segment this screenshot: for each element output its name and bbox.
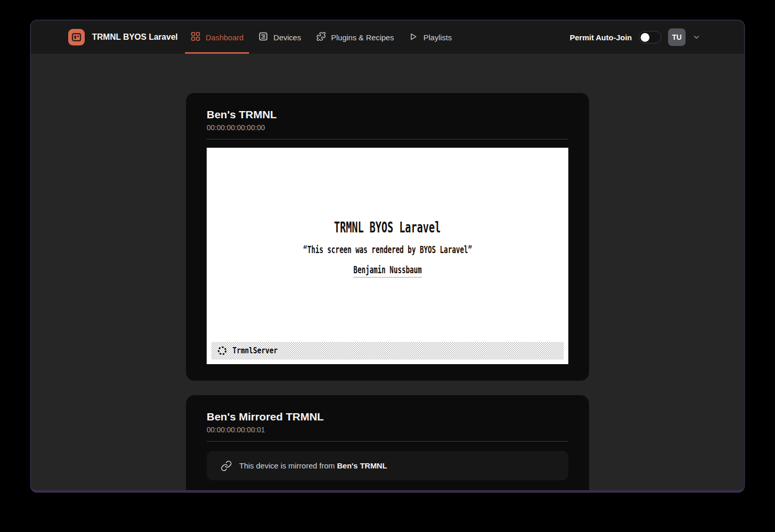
- nav-item-devices[interactable]: Devices: [253, 21, 306, 54]
- device-card-bens-mirrored-trmnl: Ben's Mirrored TRMNL 00:00:00:00:00:01 T…: [186, 395, 589, 493]
- device-list-icon: [258, 32, 268, 43]
- top-navbar: TRMNL BYOS Laravel Dashboard: [31, 21, 744, 54]
- spinner-icon: [217, 346, 227, 356]
- brand-title: TRMNL BYOS Laravel: [92, 33, 178, 42]
- toggle-knob: [641, 33, 649, 42]
- nav-item-playlists[interactable]: Playlists: [403, 21, 457, 54]
- permit-auto-join-label: Permit Auto-Join: [570, 33, 632, 42]
- device-name: Ben's TRMNL: [207, 108, 568, 121]
- mirror-notice-text: This device is mirrored from Ben's TRMNL: [239, 461, 387, 470]
- screen-author: Benjamin Nussbaum: [207, 264, 568, 278]
- mirror-source-name: Ben's TRMNL: [337, 461, 387, 470]
- nav-items: Dashboard Devices: [185, 21, 458, 54]
- link-icon: [221, 460, 232, 472]
- statusbar-label: TrmnlServer: [233, 346, 277, 355]
- navbar-right: Permit Auto-Join TU: [570, 28, 701, 46]
- device-mac-address: 00:00:00:00:00:01: [207, 426, 568, 434]
- nav-item-label: Playlists: [423, 33, 452, 42]
- brand: TRMNL BYOS Laravel: [68, 29, 178, 45]
- user-avatar[interactable]: TU: [668, 28, 686, 46]
- screen-statusbar: TrmnlServer: [211, 342, 564, 359]
- nav-item-label: Plugins & Recipes: [331, 33, 394, 42]
- screen-title: TRMNL BYOS Laravel: [207, 148, 568, 236]
- eink-screen-preview: TRMNL BYOS Laravel “This screen was rend…: [207, 148, 568, 364]
- device-name: Ben's Mirrored TRMNL: [207, 411, 568, 423]
- play-icon: [409, 32, 418, 43]
- nav-item-dashboard[interactable]: Dashboard: [185, 21, 249, 54]
- mirror-notice: This device is mirrored from Ben's TRMNL: [207, 451, 568, 480]
- app-window: TRMNL BYOS Laravel Dashboard: [30, 20, 745, 493]
- nav-item-label: Dashboard: [206, 33, 243, 42]
- trmnl-logo-icon[interactable]: [68, 29, 85, 45]
- permit-auto-join-toggle[interactable]: [639, 31, 661, 43]
- chevron-down-icon[interactable]: [692, 33, 701, 41]
- divider: [207, 441, 568, 442]
- puzzle-icon: [316, 32, 326, 43]
- main-content: Ben's TRMNL 00:00:00:00:00:00 TRMNL BYOS…: [31, 54, 744, 493]
- grid-icon: [191, 32, 200, 43]
- device-card-bens-trmnl: Ben's TRMNL 00:00:00:00:00:00 TRMNL BYOS…: [186, 93, 589, 381]
- nav-item-plugins-recipes[interactable]: Plugins & Recipes: [311, 21, 400, 54]
- device-mac-address: 00:00:00:00:00:00: [207, 123, 568, 132]
- divider: [207, 139, 568, 139]
- screen-quote: “This screen was rendered by BYOS Larave…: [207, 244, 568, 255]
- nav-item-label: Devices: [273, 33, 301, 42]
